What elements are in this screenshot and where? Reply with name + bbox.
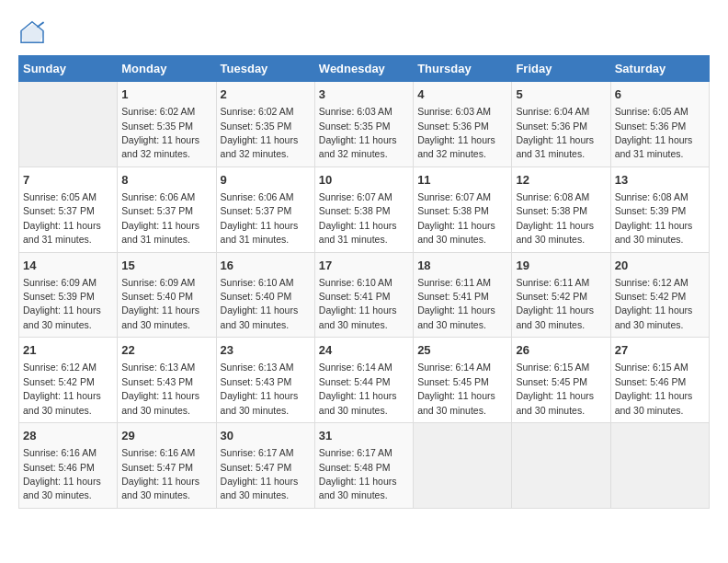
day-number: 28 [23,428,113,444]
calendar-cell: 15Sunrise: 6:09 AM Sunset: 5:40 PM Dayli… [118,252,216,338]
day-info: Sunrise: 6:17 AM Sunset: 5:48 PM Dayligh… [319,447,397,500]
day-info: Sunrise: 6:03 AM Sunset: 5:36 PM Dayligh… [417,106,495,159]
day-number: 24 [319,342,409,359]
day-number: 22 [121,342,211,359]
calendar-cell: 8Sunrise: 6:06 AM Sunset: 5:37 PM Daylig… [118,167,216,252]
calendar-cell: 24Sunrise: 6:14 AM Sunset: 5:44 PM Dayli… [314,338,413,423]
day-number: 23 [221,342,311,359]
day-number: 29 [121,428,211,444]
calendar-cell: 30Sunrise: 6:17 AM Sunset: 5:47 PM Dayli… [216,423,314,509]
calendar-cell [512,423,610,509]
day-number: 25 [417,342,507,359]
day-info: Sunrise: 6:16 AM Sunset: 5:47 PM Dayligh… [121,447,199,500]
day-number: 10 [319,172,409,189]
calendar-cell: 16Sunrise: 6:10 AM Sunset: 5:40 PM Dayli… [216,252,314,338]
day-info: Sunrise: 6:03 AM Sunset: 5:35 PM Dayligh… [319,106,397,159]
day-info: Sunrise: 6:17 AM Sunset: 5:47 PM Dayligh… [221,447,299,500]
calendar-body: 1Sunrise: 6:02 AM Sunset: 5:35 PM Daylig… [19,82,710,509]
header-day-tuesday: Tuesday [216,56,314,82]
day-info: Sunrise: 6:10 AM Sunset: 5:41 PM Dayligh… [319,277,397,330]
calendar-cell [19,82,118,167]
day-info: Sunrise: 6:09 AM Sunset: 5:39 PM Dayligh… [23,277,101,330]
page-header [18,18,710,46]
day-info: Sunrise: 6:11 AM Sunset: 5:42 PM Dayligh… [516,277,594,330]
day-number: 14 [23,258,113,274]
header-day-sunday: Sunday [19,56,118,82]
calendar-cell: 11Sunrise: 6:07 AM Sunset: 5:38 PM Dayli… [414,167,512,252]
day-number: 31 [319,428,409,444]
day-number: 16 [221,258,311,274]
day-number: 13 [615,172,705,189]
week-row-1: 1Sunrise: 6:02 AM Sunset: 5:35 PM Daylig… [19,82,710,167]
calendar-cell: 23Sunrise: 6:13 AM Sunset: 5:43 PM Dayli… [216,338,314,423]
day-info: Sunrise: 6:12 AM Sunset: 5:42 PM Dayligh… [23,362,101,415]
day-info: Sunrise: 6:04 AM Sunset: 5:36 PM Dayligh… [516,106,594,159]
day-number: 4 [417,86,507,103]
week-row-4: 21Sunrise: 6:12 AM Sunset: 5:42 PM Dayli… [19,338,710,423]
calendar-cell: 31Sunrise: 6:17 AM Sunset: 5:48 PM Dayli… [314,423,413,509]
day-info: Sunrise: 6:12 AM Sunset: 5:42 PM Dayligh… [615,277,693,330]
day-info: Sunrise: 6:14 AM Sunset: 5:44 PM Dayligh… [319,362,397,415]
day-number: 19 [516,258,606,274]
header-day-wednesday: Wednesday [314,56,413,82]
day-number: 12 [516,172,606,189]
day-number: 8 [121,172,211,189]
calendar-cell: 9Sunrise: 6:06 AM Sunset: 5:37 PM Daylig… [216,167,314,252]
day-number: 18 [417,258,507,274]
calendar-cell: 17Sunrise: 6:10 AM Sunset: 5:41 PM Dayli… [314,252,413,338]
calendar-cell: 21Sunrise: 6:12 AM Sunset: 5:42 PM Dayli… [19,338,118,423]
calendar-cell: 26Sunrise: 6:15 AM Sunset: 5:45 PM Dayli… [512,338,610,423]
day-info: Sunrise: 6:02 AM Sunset: 5:35 PM Dayligh… [221,106,299,159]
day-info: Sunrise: 6:05 AM Sunset: 5:36 PM Dayligh… [615,106,693,159]
day-info: Sunrise: 6:15 AM Sunset: 5:45 PM Dayligh… [516,362,594,415]
day-info: Sunrise: 6:11 AM Sunset: 5:41 PM Dayligh… [417,277,495,330]
calendar-cell: 12Sunrise: 6:08 AM Sunset: 5:38 PM Dayli… [512,167,610,252]
calendar-cell: 5Sunrise: 6:04 AM Sunset: 5:36 PM Daylig… [512,82,610,167]
day-number: 11 [417,172,507,189]
day-info: Sunrise: 6:07 AM Sunset: 5:38 PM Dayligh… [417,191,495,245]
day-info: Sunrise: 6:08 AM Sunset: 5:38 PM Dayligh… [516,191,594,245]
day-number: 2 [221,86,311,103]
day-number: 15 [121,258,211,274]
day-number: 30 [221,428,311,444]
week-row-3: 14Sunrise: 6:09 AM Sunset: 5:39 PM Dayli… [19,252,710,338]
calendar-cell: 27Sunrise: 6:15 AM Sunset: 5:46 PM Dayli… [610,338,709,423]
calendar-cell: 18Sunrise: 6:11 AM Sunset: 5:41 PM Dayli… [414,252,512,338]
day-number: 17 [319,258,409,274]
week-row-5: 28Sunrise: 6:16 AM Sunset: 5:46 PM Dayli… [19,423,710,509]
day-number: 21 [23,342,113,359]
day-info: Sunrise: 6:10 AM Sunset: 5:40 PM Dayligh… [221,277,299,330]
day-info: Sunrise: 6:16 AM Sunset: 5:46 PM Dayligh… [23,447,101,500]
day-info: Sunrise: 6:14 AM Sunset: 5:45 PM Dayligh… [417,362,495,415]
calendar-cell: 6Sunrise: 6:05 AM Sunset: 5:36 PM Daylig… [610,82,709,167]
day-info: Sunrise: 6:06 AM Sunset: 5:37 PM Dayligh… [221,191,299,245]
day-number: 6 [615,86,705,103]
day-number: 27 [615,342,705,359]
calendar-cell: 25Sunrise: 6:14 AM Sunset: 5:45 PM Dayli… [414,338,512,423]
day-info: Sunrise: 6:15 AM Sunset: 5:46 PM Dayligh… [615,362,693,415]
calendar-cell: 20Sunrise: 6:12 AM Sunset: 5:42 PM Dayli… [610,252,709,338]
header-day-monday: Monday [118,56,216,82]
header-day-friday: Friday [512,56,610,82]
day-number: 7 [23,172,113,189]
day-number: 3 [319,86,409,103]
calendar-cell [414,423,512,509]
week-row-2: 7Sunrise: 6:05 AM Sunset: 5:37 PM Daylig… [19,167,710,252]
day-number: 20 [615,258,705,274]
day-number: 1 [121,86,211,103]
calendar-header: SundayMondayTuesdayWednesdayThursdayFrid… [19,56,710,82]
day-info: Sunrise: 6:13 AM Sunset: 5:43 PM Dayligh… [121,362,199,415]
day-info: Sunrise: 6:06 AM Sunset: 5:37 PM Dayligh… [121,191,199,245]
logo [18,18,50,46]
calendar-cell: 1Sunrise: 6:02 AM Sunset: 5:35 PM Daylig… [118,82,216,167]
header-day-thursday: Thursday [414,56,512,82]
day-info: Sunrise: 6:05 AM Sunset: 5:37 PM Dayligh… [23,191,101,245]
day-number: 5 [516,86,606,103]
day-number: 26 [516,342,606,359]
day-info: Sunrise: 6:07 AM Sunset: 5:38 PM Dayligh… [319,191,397,245]
day-info: Sunrise: 6:09 AM Sunset: 5:40 PM Dayligh… [121,277,199,330]
calendar-cell [610,423,709,509]
calendar-cell: 14Sunrise: 6:09 AM Sunset: 5:39 PM Dayli… [19,252,118,338]
header-row: SundayMondayTuesdayWednesdayThursdayFrid… [19,56,710,82]
calendar-cell: 10Sunrise: 6:07 AM Sunset: 5:38 PM Dayli… [314,167,413,252]
